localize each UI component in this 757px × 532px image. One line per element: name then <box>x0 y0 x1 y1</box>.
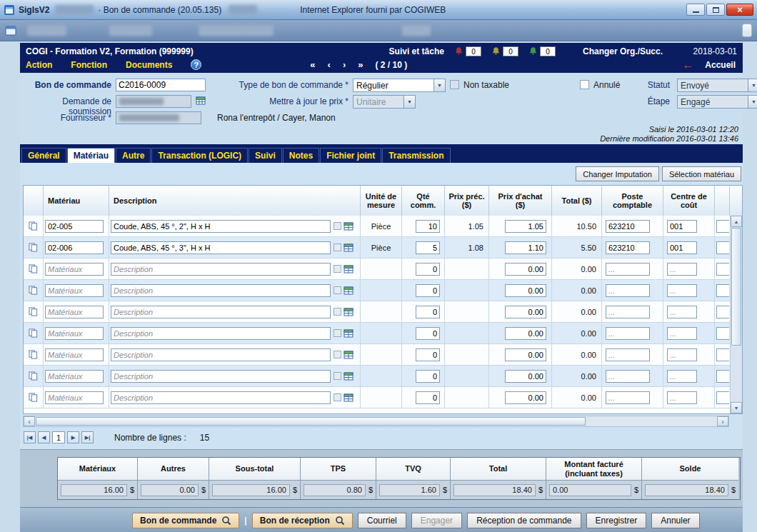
row-checkbox[interactable] <box>334 393 341 401</box>
row-checkbox[interactable] <box>334 222 341 230</box>
poste-input[interactable] <box>606 263 650 276</box>
tab-transaction-logic[interactable]: Transaction (LOGIC) <box>151 148 248 163</box>
row-lookup-icon[interactable] <box>344 307 354 317</box>
copy-icon[interactable] <box>29 328 38 338</box>
last-page-button[interactable]: ▶| <box>81 431 94 443</box>
centre-input[interactable] <box>667 306 697 318</box>
enregistrer-button[interactable]: Enregistrer <box>586 513 647 528</box>
row-lookup-icon[interactable] <box>344 328 354 338</box>
truncated-input[interactable] <box>716 284 729 297</box>
etape-select[interactable]: Engagé▼ <box>677 95 757 109</box>
first-page-button[interactable]: |◀ <box>24 431 36 443</box>
poste-input[interactable] <box>606 391 650 404</box>
centre-input[interactable] <box>667 220 697 233</box>
description-input[interactable] <box>111 284 331 297</box>
annuler-button[interactable]: Annuler <box>651 513 699 528</box>
qte-input[interactable] <box>416 327 440 340</box>
nav-last-button[interactable]: » <box>358 59 363 70</box>
toolbar-window-icon[interactable] <box>5 25 16 36</box>
prix-achat-input[interactable] <box>505 306 546 318</box>
row-lookup-icon[interactable] <box>344 264 354 274</box>
bell-badge[interactable]: 0 <box>528 46 556 56</box>
bon-de-reception-report-button[interactable]: Bon de réception <box>252 513 353 528</box>
row-lookup-icon[interactable] <box>344 286 354 296</box>
prix-achat-input[interactable] <box>505 348 546 361</box>
truncated-input[interactable] <box>716 327 729 340</box>
courriel-button[interactable]: Courriel <box>358 513 406 528</box>
poste-input[interactable] <box>606 306 650 318</box>
copy-icon[interactable] <box>29 393 38 402</box>
row-checkbox[interactable] <box>334 308 341 316</box>
tab-fichier-joint[interactable]: Fichier joint <box>320 148 381 163</box>
qte-input[interactable] <box>416 241 440 254</box>
row-lookup-icon[interactable] <box>344 371 354 381</box>
reception-de-commande-button[interactable]: Réception de commande <box>467 513 581 528</box>
engager-button[interactable]: Engager <box>411 513 462 528</box>
menu-documents[interactable]: Documents <box>126 60 172 70</box>
copy-icon[interactable] <box>29 243 38 252</box>
poste-input[interactable] <box>606 327 650 340</box>
centre-input[interactable] <box>667 370 697 383</box>
qte-input[interactable] <box>416 263 440 276</box>
materiau-input[interactable] <box>45 391 104 404</box>
copy-icon[interactable] <box>29 286 38 295</box>
description-input[interactable] <box>111 391 331 404</box>
row-lookup-icon[interactable] <box>344 393 354 403</box>
qte-input[interactable] <box>416 284 440 297</box>
description-input[interactable] <box>111 306 331 318</box>
copy-icon[interactable] <box>29 350 38 359</box>
nav-first-button[interactable]: « <box>310 59 315 70</box>
changer-imputation-button[interactable]: Changer Imputation <box>576 166 659 181</box>
description-input[interactable] <box>111 348 331 361</box>
nav-prev-button[interactable]: ‹ <box>328 59 331 70</box>
scroll-up-button[interactable]: ▲ <box>731 216 742 227</box>
scroll-right-button[interactable]: › <box>717 416 728 426</box>
bon-de-commande-report-button[interactable]: Bon de commande <box>132 513 239 528</box>
truncated-input[interactable] <box>716 220 729 233</box>
copy-icon[interactable] <box>29 221 38 231</box>
row-checkbox[interactable] <box>334 329 341 337</box>
prix-achat-input[interactable] <box>505 327 546 340</box>
next-page-button[interactable]: ▶ <box>67 431 79 443</box>
materiau-input[interactable] <box>45 220 104 233</box>
tab-suivi[interactable]: Suivi <box>249 148 282 163</box>
row-lookup-icon[interactable] <box>344 221 354 231</box>
tab-notes[interactable]: Notes <box>283 148 319 163</box>
row-checkbox[interactable] <box>334 372 341 380</box>
scroll-down-button[interactable]: ▼ <box>731 402 742 413</box>
description-input[interactable] <box>111 241 331 254</box>
truncated-input[interactable] <box>716 306 729 318</box>
tab-transmission[interactable]: Transmission <box>382 148 450 163</box>
row-checkbox[interactable] <box>334 265 341 273</box>
type-bon-select[interactable]: Régulier▼ <box>353 79 446 92</box>
accueil-link[interactable]: Accueil <box>705 60 736 70</box>
materiau-input[interactable] <box>45 348 104 361</box>
prix-achat-input[interactable] <box>505 263 546 276</box>
bell-badge[interactable]: 0 <box>491 46 518 56</box>
qte-input[interactable] <box>416 306 440 318</box>
row-lookup-icon[interactable] <box>344 243 354 253</box>
description-input[interactable] <box>111 220 331 233</box>
prix-achat-input[interactable] <box>505 220 546 233</box>
prix-achat-input[interactable] <box>505 284 546 297</box>
tab-materiau[interactable]: Matériau <box>67 148 115 163</box>
prev-page-button[interactable]: ◀ <box>38 431 50 443</box>
qte-input[interactable] <box>416 348 440 361</box>
materiau-input[interactable] <box>45 241 104 254</box>
scroll-left-button[interactable]: ‹ <box>24 416 35 426</box>
menu-action[interactable]: Action <box>26 60 52 70</box>
current-page[interactable]: 1 <box>52 431 65 443</box>
centre-input[interactable] <box>667 348 697 361</box>
poste-input[interactable] <box>606 241 650 254</box>
statut-select[interactable]: Envoyé▼ <box>677 79 757 92</box>
qte-input[interactable] <box>416 391 440 404</box>
materiau-input[interactable] <box>45 263 104 276</box>
minimize-button[interactable] <box>686 4 705 16</box>
maximize-button[interactable] <box>706 4 725 16</box>
truncated-input[interactable] <box>716 370 729 383</box>
help-icon[interactable]: ? <box>191 59 201 70</box>
materiau-input[interactable] <box>45 370 104 383</box>
row-checkbox[interactable] <box>334 286 341 294</box>
row-checkbox[interactable] <box>334 244 341 251</box>
row-lookup-icon[interactable] <box>344 350 354 360</box>
